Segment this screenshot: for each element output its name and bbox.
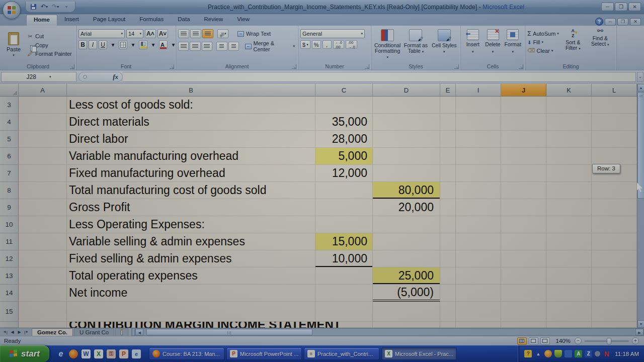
- workbook-minimize-button[interactable]: ─: [605, 18, 616, 26]
- column-header-c[interactable]: C: [315, 84, 373, 96]
- format-as-table-button[interactable]: Format as Table ▾: [401, 28, 430, 54]
- borders-button[interactable]: [119, 40, 127, 49]
- clipboard-dialog-launcher[interactable]: [70, 64, 74, 69]
- delete-cells-button[interactable]: Delete▾: [483, 28, 503, 54]
- font-size-combo[interactable]: 14▾: [126, 29, 143, 38]
- zoom-out-button[interactable]: −: [575, 337, 582, 344]
- cell-b11[interactable]: Variable selling & admin expenses: [67, 233, 315, 250]
- conditional-formatting-button[interactable]: Conditional Formatting ▾: [373, 28, 401, 60]
- tray-shield-icon[interactable]: [554, 350, 562, 357]
- cell-d8-highlighted[interactable]: 80,000: [373, 182, 440, 199]
- restore-button[interactable]: ❐: [615, 3, 627, 11]
- row-header[interactable]: 15: [0, 302, 19, 322]
- select-all-button[interactable]: [0, 84, 19, 96]
- decrease-decimal-button[interactable]: .00→.0: [346, 40, 357, 49]
- font-color-button[interactable]: A: [159, 40, 168, 49]
- zoom-in-button[interactable]: +: [632, 337, 639, 344]
- row-header[interactable]: [0, 322, 19, 328]
- task-button-excel-active[interactable]: X Microsoft Excel - Prac...: [381, 347, 457, 360]
- workbook-close-button[interactable]: ✕: [630, 18, 641, 26]
- tray-icon[interactable]: [565, 350, 572, 357]
- explorer-icon[interactable]: e: [132, 349, 141, 358]
- autosum-button[interactable]: AutoSum▾: [527, 30, 559, 37]
- tray-expand-icon[interactable]: ▴: [534, 350, 542, 357]
- row-header[interactable]: 5: [0, 131, 19, 148]
- tray-icon[interactable]: [544, 350, 552, 357]
- underline-dropdown[interactable]: ▾: [109, 40, 117, 49]
- row-header[interactable]: 9: [0, 199, 19, 216]
- cell-b14[interactable]: Net income: [67, 285, 315, 302]
- column-header-l[interactable]: L: [592, 84, 637, 96]
- column-header-b[interactable]: B: [67, 84, 315, 96]
- number-dialog-launcher[interactable]: [365, 64, 369, 69]
- cell-c6-highlighted[interactable]: 5,000: [315, 148, 373, 165]
- wrap-text-button[interactable]: Wrap Text: [236, 31, 272, 37]
- tab-formulas[interactable]: Formulas: [132, 15, 171, 26]
- italic-button[interactable]: I: [89, 40, 97, 49]
- help-icon[interactable]: ?: [595, 18, 603, 26]
- find-select-button[interactable]: Find & Select ▾: [587, 28, 613, 62]
- cell-b16[interactable]: CONTRIBUTION MARGIN INCOME STATEMENT: [67, 322, 315, 328]
- column-header-e[interactable]: E: [440, 84, 456, 96]
- cell-b9[interactable]: Gross Profit: [67, 199, 315, 216]
- currency-button[interactable]: $▾: [300, 40, 310, 49]
- row-header[interactable]: 3: [0, 97, 19, 114]
- prev-sheet-button[interactable]: ◀: [9, 330, 16, 334]
- percent-button[interactable]: %: [312, 40, 321, 49]
- cell-c4[interactable]: 35,000: [315, 114, 373, 131]
- row-header[interactable]: 14: [0, 285, 19, 302]
- undo-button[interactable]: ↶▾: [40, 3, 49, 11]
- cell-b13[interactable]: Total operating expenses: [67, 267, 315, 285]
- cell-b6[interactable]: Variable manufacturing overhead: [67, 148, 315, 165]
- alignment-dialog-launcher[interactable]: [292, 64, 296, 69]
- decrease-indent-button[interactable]: [216, 42, 227, 51]
- paste-button[interactable]: Paste▾: [2, 28, 25, 62]
- tray-norton-icon[interactable]: N: [603, 350, 610, 357]
- increase-decimal-button[interactable]: ←.0.00: [333, 40, 345, 49]
- office-button[interactable]: [3, 1, 21, 19]
- save-button[interactable]: [29, 3, 38, 11]
- horizontal-scrollbar[interactable]: ◀ ▶: [135, 328, 644, 336]
- scroll-up-button[interactable]: ▲: [637, 84, 644, 92]
- cell-b12[interactable]: Fixed selling & admin expenses: [67, 250, 315, 267]
- shrink-font-button[interactable]: A˅: [157, 29, 169, 38]
- row-header[interactable]: 7: [0, 165, 19, 182]
- column-header-j-selected[interactable]: J: [501, 84, 546, 96]
- insert-worksheet-button[interactable]: [115, 328, 128, 336]
- customize-qat-button[interactable]: ▿: [62, 3, 71, 11]
- formula-input[interactable]: [123, 72, 636, 82]
- cell-b10[interactable]: Less Operating Expenses:: [67, 216, 315, 233]
- row-header[interactable]: 4: [0, 114, 19, 131]
- column-header-i[interactable]: I: [456, 84, 501, 96]
- number-format-combo[interactable]: General▾: [300, 29, 365, 38]
- last-sheet-button[interactable]: |⯈: [23, 330, 30, 335]
- sheet-tab-u-grant-co[interactable]: U Grant Co: [74, 328, 114, 336]
- task-button-powerpoint[interactable]: P Microsoft PowerPoint ...: [226, 347, 302, 360]
- increase-indent-button[interactable]: [228, 42, 239, 51]
- sort-filter-button[interactable]: AZ Sort & Filter ▾: [560, 28, 586, 62]
- bold-button[interactable]: B: [78, 40, 87, 49]
- cell-d14[interactable]: (5,000): [373, 285, 440, 302]
- cell-styles-button[interactable]: Cell Styles ▾: [430, 28, 458, 54]
- page-break-view-button[interactable]: [540, 337, 550, 345]
- orientation-button[interactable]: ▾: [217, 29, 228, 38]
- cell-b3[interactable]: Less cost of goods sold:: [67, 97, 315, 114]
- align-bottom-button[interactable]: [202, 29, 213, 38]
- tab-page-layout[interactable]: Page Layout: [86, 15, 133, 26]
- internet-explorer-icon[interactable]: e: [56, 349, 65, 358]
- cell-c5[interactable]: 28,000: [315, 131, 373, 148]
- fill-color-dropdown[interactable]: ▾: [149, 40, 157, 49]
- tab-split-handle[interactable]: [131, 328, 135, 336]
- align-left-button[interactable]: [178, 42, 189, 51]
- minimize-button[interactable]: ─: [601, 3, 614, 11]
- align-right-button[interactable]: [202, 42, 212, 51]
- cell-b4[interactable]: Direct materials: [67, 114, 315, 131]
- row-header[interactable]: 6: [0, 148, 19, 165]
- start-button[interactable]: start: [0, 345, 49, 362]
- next-sheet-button[interactable]: ▶: [16, 330, 23, 334]
- excel-icon[interactable]: X: [94, 349, 103, 358]
- cell-b5[interactable]: Direct labor: [67, 131, 315, 148]
- styles-dialog-launcher[interactable]: [454, 64, 459, 69]
- scroll-down-button[interactable]: ▼: [637, 320, 644, 328]
- page-layout-view-button[interactable]: [529, 337, 538, 345]
